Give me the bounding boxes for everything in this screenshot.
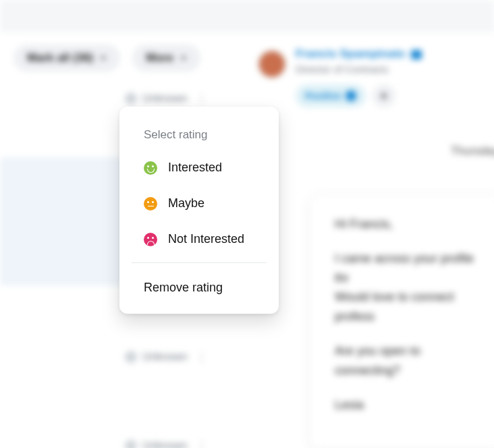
rating-badge[interactable]: Unknown ⋮ bbox=[125, 91, 208, 106]
remove-rating[interactable]: Remove rating bbox=[119, 269, 279, 311]
rating-option-not-interested[interactable]: Not Interested bbox=[119, 221, 279, 257]
rating-badge[interactable]: Unknown ⋮ bbox=[125, 349, 208, 364]
option-label: Maybe bbox=[168, 196, 204, 211]
rating-dropdown: Select rating Interested Maybe Not Inter… bbox=[119, 107, 279, 314]
avatar[interactable] bbox=[258, 50, 286, 78]
close-icon[interactable] bbox=[346, 90, 356, 101]
kebab-icon[interactable]: ⋮ bbox=[196, 439, 208, 448]
top-bar bbox=[0, 0, 494, 32]
more-label: More bbox=[146, 51, 173, 65]
contact-title: Director of Contracts bbox=[296, 63, 422, 75]
kebab-icon[interactable]: ⋮ bbox=[196, 91, 208, 106]
rating-label: Unknown bbox=[142, 351, 188, 363]
message-signature: Lesia bbox=[335, 395, 476, 415]
message-greeting: Hi Francis, bbox=[335, 215, 476, 234]
rating-label: Unknown bbox=[142, 92, 188, 105]
mark-all-button[interactable]: Mark all (36) bbox=[13, 45, 120, 72]
divider bbox=[132, 262, 267, 263]
option-label: Interested bbox=[168, 161, 222, 175]
tag-row: Positive + bbox=[296, 84, 422, 107]
message-card: Hi Francis, I came across your profile t… bbox=[310, 196, 494, 448]
message-line: I came across your profile thr bbox=[335, 252, 474, 285]
message-line: Are you open to connecting? bbox=[335, 341, 476, 381]
unknown-icon bbox=[125, 440, 137, 448]
day-label-thursday: Thursday, bbox=[451, 144, 494, 158]
option-label: Not Interested bbox=[168, 232, 244, 246]
option-label: Remove rating bbox=[144, 281, 223, 295]
unknown-icon bbox=[125, 92, 137, 105]
rating-badge[interactable]: Unknown ⋮ bbox=[125, 439, 208, 448]
kebab-icon[interactable]: ⋮ bbox=[196, 349, 208, 364]
tag-positive[interactable]: Positive bbox=[296, 84, 366, 107]
dropdown-title: Select rating bbox=[119, 120, 279, 150]
unknown-icon bbox=[125, 351, 137, 363]
rating-option-interested[interactable]: Interested bbox=[119, 150, 279, 186]
chevron-down-icon bbox=[180, 57, 187, 60]
neutral-face-icon bbox=[144, 197, 157, 211]
contact-panel: Francis Spampinato Director of Contracts… bbox=[250, 40, 494, 107]
add-tag-button[interactable]: + bbox=[373, 84, 395, 107]
frown-icon bbox=[144, 233, 157, 246]
message-line: Would love to connect profess bbox=[335, 290, 454, 323]
contact-name[interactable]: Francis Spampinato bbox=[296, 47, 422, 61]
chevron-down-icon bbox=[100, 57, 107, 60]
mark-all-label: Mark all (36) bbox=[27, 51, 93, 65]
smile-icon bbox=[144, 161, 157, 175]
contact-header: Francis Spampinato Director of Contracts… bbox=[250, 40, 494, 107]
more-button[interactable]: More bbox=[132, 45, 200, 72]
linkedin-icon[interactable] bbox=[411, 50, 422, 59]
rating-label: Unknown bbox=[142, 440, 188, 448]
rating-option-maybe[interactable]: Maybe bbox=[119, 186, 279, 221]
